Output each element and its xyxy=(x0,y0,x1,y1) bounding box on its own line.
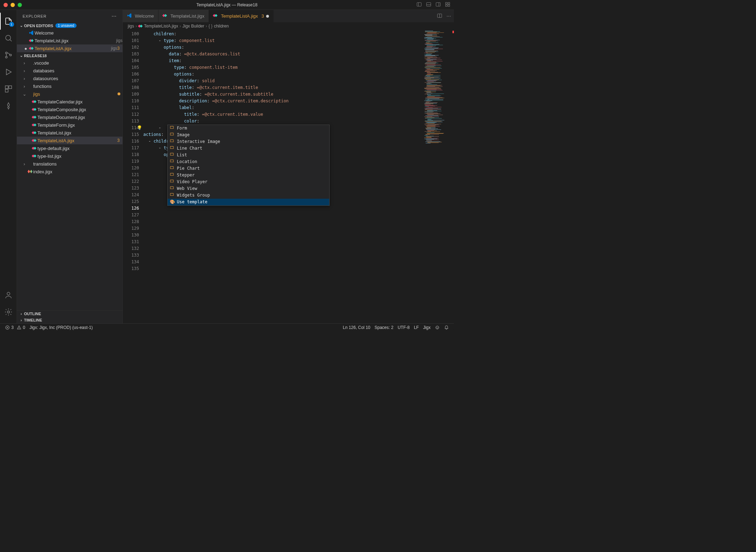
suggest-item[interactable]: Stepper xyxy=(168,172,329,179)
suggest-item[interactable]: Line Chart xyxy=(168,145,329,152)
panel-right-icon[interactable] xyxy=(436,2,441,8)
more-actions-button[interactable]: ⋯ xyxy=(446,13,451,19)
jigx-icon xyxy=(32,100,36,104)
suggest-item[interactable]: Video Player xyxy=(168,179,329,185)
activity-search[interactable] xyxy=(0,30,17,47)
window-maximize-button[interactable] xyxy=(18,3,22,7)
timeline-section[interactable]: › TIMELINE xyxy=(17,317,122,323)
chevron-right-icon: › xyxy=(22,60,27,66)
suggest-item[interactable]: Location xyxy=(168,158,329,165)
window-close-button[interactable] xyxy=(4,3,8,7)
breadcrumb[interactable]: jigs › TemplateListA.jigx › Jigx Builder… xyxy=(123,22,454,30)
explorer-badge: 1 xyxy=(9,22,14,27)
tab[interactable]: Welcome xyxy=(123,10,158,22)
file-item[interactable]: TemplateDocument.jigx xyxy=(17,113,122,121)
layout-grid-icon[interactable] xyxy=(445,2,450,8)
suggest-item[interactable]: List xyxy=(168,152,329,158)
suggest-widget[interactable]: FormImageInteractive ImageLine ChartList… xyxy=(167,125,330,206)
tab-bar: WelcomeTemplateList.jigxTemplateListA.ji… xyxy=(123,10,454,22)
status-account[interactable]: Jigx: Jigx, Inc (PROD) (us-east-1) xyxy=(27,325,95,330)
svg-rect-2 xyxy=(426,2,431,6)
status-feedback[interactable] xyxy=(433,325,442,330)
open-editor-item[interactable]: TemplateList.jigxjigs xyxy=(17,37,122,44)
snippet-icon xyxy=(170,165,175,172)
suggest-item[interactable]: Web View xyxy=(168,185,329,192)
open-editors-section[interactable]: ⌄ OPEN EDITORS 1 unsaved xyxy=(17,22,122,29)
folder-item[interactable]: ›translations xyxy=(17,160,122,168)
svg-rect-9 xyxy=(448,5,450,6)
activity-jigx[interactable] xyxy=(0,97,17,114)
statusbar: 3 0 Jigx: Jigx, Inc (PROD) (us-east-1) L… xyxy=(0,323,454,331)
activity-account[interactable] xyxy=(0,287,17,304)
suggest-item[interactable]: Form xyxy=(168,125,329,132)
snippet-icon xyxy=(170,158,175,165)
status-notifications[interactable] xyxy=(442,325,451,330)
status-errors[interactable]: 3 0 xyxy=(3,325,27,330)
file-item[interactable]: TemplateCalendar.jigx xyxy=(17,98,122,106)
folder-item[interactable]: ›databases xyxy=(17,67,122,74)
suggest-item[interactable]: 🎨Use template xyxy=(168,199,329,205)
jigx-icon xyxy=(32,123,36,127)
svg-point-37 xyxy=(19,328,19,329)
folder-item[interactable]: ›functions xyxy=(17,82,122,90)
folder-item[interactable]: ›datasources xyxy=(17,74,122,82)
tab[interactable]: TemplateList.jigx xyxy=(158,10,209,22)
file-item[interactable]: type-default.jigx xyxy=(17,144,122,152)
chevron-right-icon: › xyxy=(22,68,27,73)
svg-point-13 xyxy=(5,56,7,58)
outline-section[interactable]: › OUTLINE xyxy=(17,311,122,317)
jigx-icon xyxy=(32,107,36,112)
file-item[interactable]: index.jigx xyxy=(17,168,122,175)
file-item[interactable]: type-list.jigx xyxy=(17,152,122,160)
lightbulb-icon[interactable]: 💡 xyxy=(137,125,142,131)
activity-bar: 1 xyxy=(0,10,17,323)
status-cursor[interactable]: Ln 126, Col 10 xyxy=(341,325,372,330)
svg-point-38 xyxy=(436,326,439,329)
split-editor-button[interactable] xyxy=(437,13,442,19)
status-spaces[interactable]: Spaces: 2 xyxy=(372,325,395,330)
svg-point-14 xyxy=(10,54,11,56)
jigx-icon xyxy=(29,46,34,50)
snippet-icon xyxy=(170,185,175,192)
jigx-icon xyxy=(32,154,36,158)
file-item[interactable]: TemplateList.jigx xyxy=(17,129,122,137)
chevron-right-icon: › xyxy=(22,76,27,81)
explorer-more-button[interactable]: ⋯ xyxy=(112,13,117,19)
project-section[interactable]: ⌄ RELEASE18 xyxy=(17,52,122,59)
jigx-icon xyxy=(32,138,36,143)
file-item[interactable]: TemplateComposite.jigx xyxy=(17,106,122,113)
window-title: TemplateListA.jigx — Release18 xyxy=(197,2,258,7)
activity-settings[interactable] xyxy=(0,304,17,320)
panel-bottom-icon[interactable] xyxy=(426,2,431,8)
open-editor-item[interactable]: ●TemplateListA.jigxjigs3 xyxy=(17,44,122,52)
activity-source-control[interactable] xyxy=(0,47,17,64)
svg-point-18 xyxy=(7,292,10,295)
file-item[interactable]: TemplateForm.jigx xyxy=(17,121,122,129)
minimap[interactable] xyxy=(422,30,454,323)
status-eol[interactable]: LF xyxy=(412,325,421,330)
suggest-item[interactable]: Widgets Group xyxy=(168,192,329,199)
snippet-icon xyxy=(170,138,175,145)
folder-item[interactable]: ⌄jigs xyxy=(17,90,122,98)
svg-rect-25 xyxy=(170,146,174,149)
svg-point-40 xyxy=(438,327,438,327)
activity-debug[interactable] xyxy=(0,64,17,80)
svg-rect-29 xyxy=(170,173,174,175)
suggest-item[interactable]: Interactive Image xyxy=(168,138,329,145)
suggest-item[interactable]: Image xyxy=(168,132,329,138)
editor[interactable]: 1001011021031041051061071081091101111121… xyxy=(123,30,454,323)
activity-explorer[interactable]: 1 xyxy=(0,13,17,30)
folder-item[interactable]: ›.vscode xyxy=(17,59,122,67)
tab[interactable]: TemplateListA.jigx3 xyxy=(209,10,274,22)
svg-line-11 xyxy=(10,40,12,41)
status-encoding[interactable]: UTF-8 xyxy=(396,325,412,330)
open-editor-item[interactable]: Welcome xyxy=(17,29,122,37)
window-minimize-button[interactable] xyxy=(11,3,15,7)
svg-point-19 xyxy=(7,311,10,313)
activity-extensions[interactable] xyxy=(0,80,17,97)
panel-left-icon[interactable] xyxy=(416,2,422,8)
status-language[interactable]: Jigx xyxy=(421,325,433,330)
palette-icon: 🎨 xyxy=(170,199,175,205)
file-item[interactable]: TemplateListA.jigx3 xyxy=(17,137,122,144)
suggest-item[interactable]: Pie Chart xyxy=(168,165,329,172)
